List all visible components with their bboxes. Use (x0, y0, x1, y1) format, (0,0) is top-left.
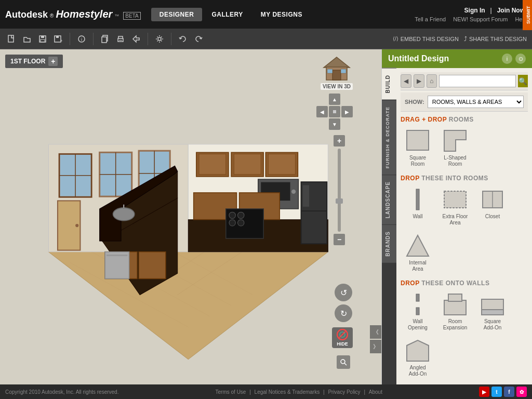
support-forum-link[interactable]: NEW! Support Forum (453, 16, 508, 22)
feedback-tab[interactable]: SUBMIT FEEDBACK (523, 0, 532, 30)
magnify-button[interactable] (337, 355, 350, 369)
svg-marker-13 (133, 36, 139, 42)
collapse-buttons: 《 》 (370, 325, 381, 353)
share-design-btn[interactable]: ⤴ SHARE THIS DESIGN (464, 35, 527, 43)
gallery-nav-btn[interactable]: GALLERY (203, 8, 251, 21)
copy-icon[interactable] (99, 33, 111, 45)
zoom-out-button[interactable]: − (334, 234, 345, 245)
sign-in-link[interactable]: Sign In (464, 7, 485, 14)
svg-rect-2 (41, 36, 44, 38)
view-3d-button[interactable]: VIEW IN 3D (321, 55, 353, 90)
wall-tile[interactable]: Wall (401, 185, 435, 228)
add-floor-button[interactable]: + (48, 57, 58, 66)
internal-area-shape (403, 233, 433, 258)
zoom-in-button[interactable]: + (334, 135, 345, 147)
svg-point-40 (75, 223, 78, 227)
rooms-section-header: DRAG + DROP ROOMS (401, 116, 528, 123)
zoom-controls: + − (334, 135, 345, 245)
rotate-cw-button[interactable]: ↻ (335, 304, 352, 322)
svg-marker-93 (407, 340, 429, 361)
facebook-icon[interactable]: f (504, 387, 514, 397)
square-addon-shape (477, 292, 508, 317)
zoom-slider-thumb[interactable] (336, 198, 343, 204)
build-tab[interactable]: BUILD (382, 68, 396, 100)
brands-tab[interactable]: BRANDS (382, 224, 396, 263)
redo-icon[interactable] (192, 33, 205, 45)
view-3d-container: VIEW IN 3D (321, 55, 353, 90)
pan-center (329, 106, 340, 117)
landscape-tab[interactable]: LANDSCAPE (382, 175, 396, 224)
tell-friend-link[interactable]: Tell a Friend (415, 16, 446, 22)
canvas-area[interactable]: 1ST FLOOR + (0, 49, 381, 384)
right-panel: Untitled Design i ⊙ BUILD FURNISH & DECO… (381, 49, 532, 384)
about-link[interactable]: About (369, 389, 382, 395)
save-as-icon[interactable]: + (52, 33, 64, 45)
pan-down-button[interactable]: ▼ (329, 118, 340, 130)
my-designs-nav-btn[interactable]: MY DESIGNS (252, 8, 311, 21)
title-info-button[interactable]: i (502, 54, 512, 64)
extra-floor-area-tile[interactable]: Extra FloorArea (438, 185, 472, 228)
rotate-controls: ↺ ↻ (335, 284, 352, 322)
youtube-icon[interactable]: ▶ (479, 387, 489, 397)
terms-link[interactable]: Terms of Use (216, 389, 246, 395)
open-file-icon[interactable] (21, 33, 33, 45)
toolbar-divider-1 (70, 33, 70, 45)
flickr-icon[interactable]: ✿ (516, 387, 527, 397)
collapse-down-button[interactable]: 》 (370, 340, 381, 353)
nav-back-button[interactable]: ◀ (401, 74, 411, 88)
nav-home-button[interactable]: ⌂ (427, 74, 437, 88)
svg-rect-91 (482, 299, 503, 310)
panel-search-button[interactable]: 🔍 (518, 75, 528, 87)
undo-icon[interactable] (177, 33, 189, 45)
pan-left-button[interactable]: ◀ (316, 106, 328, 117)
privacy-link[interactable]: Privacy Policy (328, 389, 360, 395)
settings-icon[interactable] (153, 33, 166, 45)
angled-addon-tile[interactable]: AngledAdd-On (401, 336, 435, 379)
info-icon[interactable]: i (75, 33, 88, 45)
collapse-up-button[interactable]: 《 (370, 325, 381, 339)
top-navigation: Autodesk ® Homestyler ™ BETA DESIGNER GA… (0, 0, 532, 29)
save-icon[interactable] (36, 33, 49, 45)
svg-point-14 (158, 37, 161, 41)
show-select[interactable]: ROOMS, WALLS & AREAS (428, 96, 524, 108)
share-small-icon[interactable] (130, 33, 142, 45)
rooms-grid: SquareRoom L-ShapedRoom (401, 126, 528, 169)
internal-area-tile[interactable]: InternalArea (401, 231, 435, 274)
title-icons: i ⊙ (502, 54, 526, 64)
pan-right-button[interactable]: ▶ (341, 106, 353, 117)
rotate-ccw-button[interactable]: ↺ (335, 284, 352, 301)
hide-button[interactable]: HIDE (332, 327, 353, 348)
designer-nav-btn[interactable]: DESIGNER (151, 8, 203, 21)
wall-opening-shape (403, 292, 433, 317)
internal-area-label: InternalArea (409, 260, 426, 272)
angled-addon-label: AngledAdd-On (409, 365, 427, 377)
embed-design-btn[interactable]: ⟨/⟩ EMBED THIS DESIGN (393, 35, 459, 43)
svg-line-79 (344, 363, 347, 365)
legal-link[interactable]: Legal Notices & Trademarks (255, 389, 320, 395)
furnish-decorate-tab[interactable]: FURNISH & DECORATE (382, 100, 396, 175)
svg-point-56 (229, 219, 235, 225)
pan-up-button[interactable]: ▲ (329, 94, 340, 105)
toolbar-divider-3 (148, 33, 148, 45)
svg-point-54 (229, 212, 235, 218)
square-room-tile[interactable]: SquareRoom (401, 126, 435, 169)
twitter-icon[interactable]: t (491, 387, 502, 397)
nav-forward-button[interactable]: ▶ (414, 74, 424, 88)
wall-opening-tile[interactable]: WallOpening (401, 290, 435, 333)
new-file-icon[interactable] (5, 33, 18, 45)
svg-rect-90 (448, 294, 462, 301)
logo-beta: BETA (123, 12, 140, 20)
title-menu-button[interactable]: ⊙ (515, 54, 526, 64)
room-expansion-tile[interactable]: RoomExpansion (438, 290, 472, 333)
print-icon[interactable] (114, 33, 127, 45)
svg-text:+: + (60, 38, 62, 43)
square-addon-tile[interactable]: SquareAdd-On (475, 290, 510, 333)
svg-rect-72 (332, 70, 341, 80)
zoom-slider-track[interactable] (338, 149, 341, 232)
closet-tile[interactable]: Closet (475, 185, 510, 228)
panel-search-input[interactable] (439, 75, 516, 87)
rooms-header-prefix: DRAG + DROP (401, 116, 447, 123)
l-shaped-room-tile[interactable]: L-ShapedRoom (438, 126, 472, 169)
floor-label: 1ST FLOOR (10, 58, 45, 65)
wall-opening-label: WallOpening (408, 318, 428, 331)
